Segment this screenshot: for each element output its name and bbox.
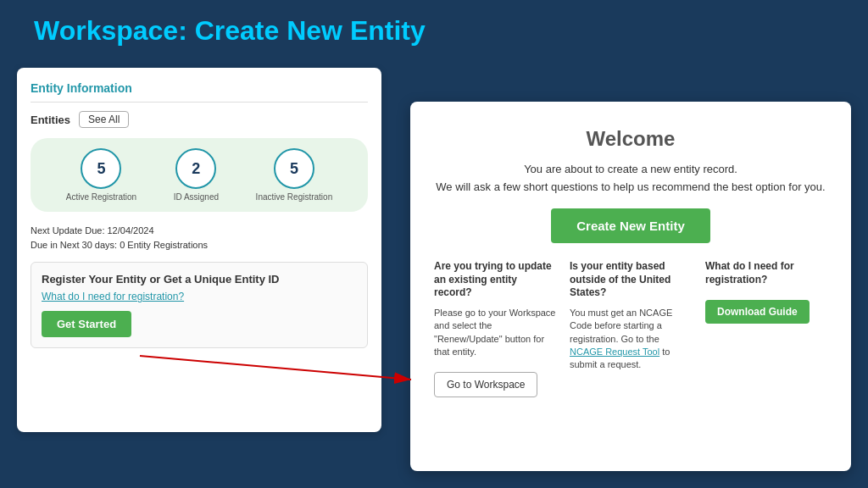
register-box: Register Your Entity or Get a Unique Ent… [31, 262, 368, 348]
col-download-title: What do I need for registration? [705, 260, 827, 286]
stat-id-assigned: 2 ID Assigned [174, 148, 219, 202]
ncage-request-tool-link[interactable]: NCAGE Request Tool [570, 347, 659, 357]
due-in-text: Due in Next 30 days: 0 Entity Registrati… [31, 238, 368, 252]
col-outside-text: You must get an NCAGE Code before starti… [570, 307, 692, 372]
panel-title: Entity Information [31, 81, 368, 103]
right-panel: Welcome You are about to create a new en… [410, 102, 851, 471]
info-col-update: Are you trying to update an existing ent… [434, 260, 556, 454]
inactive-reg-value: 5 [274, 148, 314, 189]
see-all-button[interactable]: See All [79, 111, 129, 128]
create-new-entity-button[interactable]: Create New Entity [551, 208, 710, 243]
download-guide-button[interactable]: Download Guide [705, 300, 810, 324]
id-assigned-label: ID Assigned [174, 192, 219, 202]
info-columns: Are you trying to update an existing ent… [434, 260, 827, 454]
entities-label: Entities [31, 114, 70, 126]
get-started-button[interactable]: Get Started [42, 311, 131, 337]
info-col-download: What do I need for registration? Downloa… [705, 260, 827, 454]
stat-active-registration: 5 Active Registration [66, 148, 136, 202]
active-reg-label: Active Registration [66, 192, 136, 202]
stats-row: 5 Active Registration 2 ID Assigned 5 In… [31, 138, 368, 212]
page-title: Workspace: Create New Entity [0, 0, 868, 58]
update-info: Next Update Due: 12/04/2024 Due in Next … [31, 224, 368, 252]
active-reg-value: 5 [81, 148, 121, 189]
go-to-workspace-button[interactable]: Go to Workspace [434, 372, 537, 397]
welcome-desc2: We will ask a few short questions to hel… [434, 180, 827, 193]
col-update-text: Please go to your Workspace and select t… [434, 307, 556, 359]
stat-inactive-registration: 5 Inactive Registration [256, 148, 333, 202]
welcome-desc1: You are about to create a new entity rec… [434, 163, 827, 175]
next-update-text: Next Update Due: 12/04/2024 [31, 224, 368, 238]
register-title: Register Your Entity or Get a Unique Ent… [42, 273, 357, 286]
col-update-title: Are you trying to update an existing ent… [434, 260, 556, 300]
left-panel: Entity Information Entities See All 5 Ac… [17, 68, 381, 432]
col-outside-title: Is your entity based outside of the Unit… [570, 260, 692, 300]
welcome-title: Welcome [434, 127, 827, 151]
entities-row: Entities See All [31, 111, 368, 128]
registration-link[interactable]: What do I need for registration? [42, 291, 357, 302]
info-col-outside-us: Is your entity based outside of the Unit… [570, 260, 692, 454]
inactive-reg-label: Inactive Registration [256, 192, 333, 202]
content-area: Entity Information Entities See All 5 Ac… [17, 68, 851, 471]
id-assigned-value: 2 [175, 148, 216, 189]
